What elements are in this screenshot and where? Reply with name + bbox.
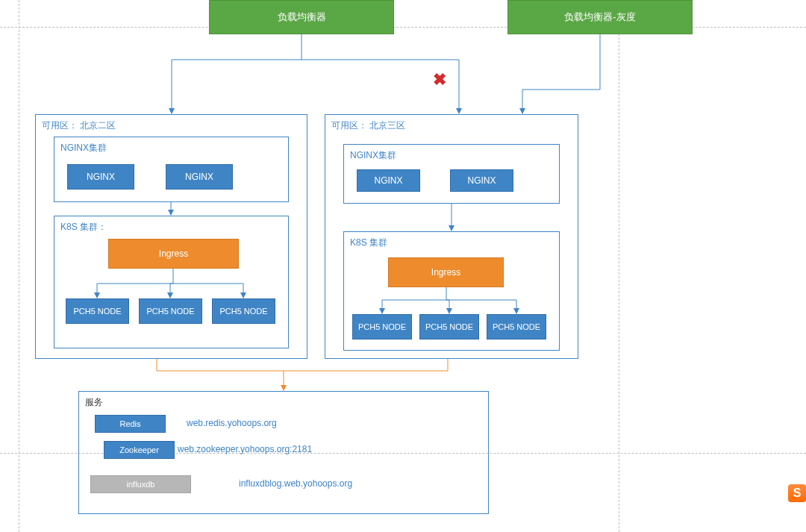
service-zk-box: Zookeeper	[104, 441, 175, 459]
zone-a-nginx-1: NGINX	[67, 164, 134, 190]
service-influx-url: influxdblog.web.yohoops.org	[239, 478, 352, 489]
zone-a-nginx-cluster-label: NGINX集群	[60, 142, 107, 154]
zone-a-title: 可用区： 北京二区	[42, 119, 116, 132]
zone-a-k8s-panel: K8S 集群：	[54, 216, 289, 348]
svg-marker-11	[281, 385, 287, 391]
zone-a-node-2: PCH5 NODE	[139, 298, 202, 324]
zone-b-nginx-2: NGINX	[450, 169, 513, 192]
zone-b-node-3: PCH5 NODE	[487, 314, 546, 339]
svg-marker-1	[456, 108, 462, 114]
zone-a-nginx-2: NGINX	[166, 164, 233, 190]
zone-b-ingress: Ingress	[388, 257, 504, 287]
service-zk-url: web.zookeeper.yohoops.org:2181	[178, 444, 312, 454]
diagram-canvas: 负载均衡器 负载均衡器-灰度 可用区： 北京二区 NGINX集群 NGINX N…	[0, 0, 806, 532]
svg-marker-2	[519, 108, 525, 114]
zone-a-ingress: Ingress	[108, 239, 239, 269]
zone-a-node-1: PCH5 NODE	[66, 298, 129, 324]
zone-b-k8s-label: K8S 集群	[350, 237, 387, 249]
svg-marker-0	[169, 108, 175, 114]
service-redis-box: Redis	[95, 415, 166, 433]
load-balancer-main: 负载均衡器	[209, 0, 394, 34]
service-influx-box: influxdb	[90, 475, 191, 493]
guide-v1	[19, 0, 19, 532]
zone-a-node-3: PCH5 NODE	[212, 298, 275, 324]
zone-b-nginx-1: NGINX	[357, 169, 420, 192]
zone-b-node-1: PCH5 NODE	[352, 314, 412, 339]
zone-b-title: 可用区： 北京三区	[331, 119, 405, 132]
zone-b-nginx-cluster-label: NGINX集群	[350, 149, 396, 162]
cross-icon: ✖	[433, 72, 446, 88]
zone-b-node-2: PCH5 NODE	[419, 314, 479, 339]
guide-v2	[619, 0, 619, 532]
services-title: 服务	[85, 396, 103, 409]
load-balancer-gray: 负载均衡器-灰度	[507, 0, 693, 34]
ime-icon: S	[788, 484, 806, 502]
service-redis-url: web.redis.yohoops.org	[187, 418, 277, 428]
zone-a-k8s-label: K8S 集群：	[60, 221, 107, 234]
